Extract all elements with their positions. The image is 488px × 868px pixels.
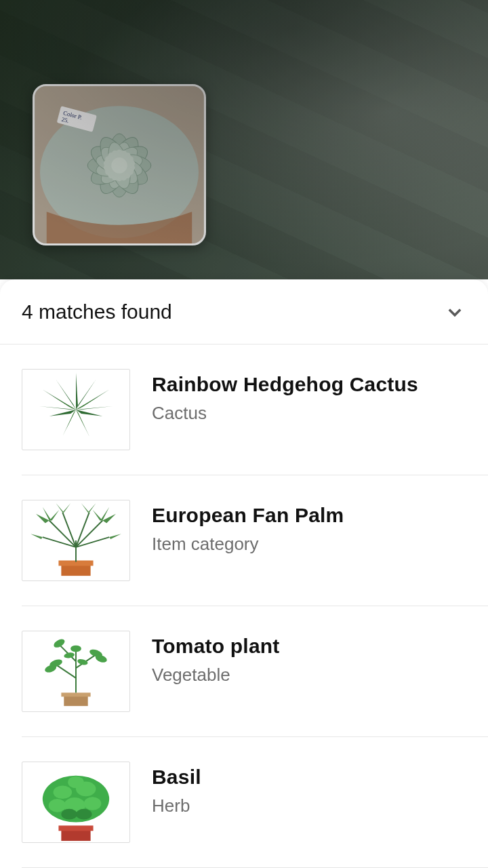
svg-point-13 [104,140,135,191]
svg-point-3 [93,132,145,199]
svg-point-12 [96,142,143,189]
svg-rect-51 [58,825,93,831]
list-item[interactable]: Rainbow Hedgehog Cactus Cactus [22,344,488,475]
chevron-down-icon [445,302,464,321]
svg-rect-36 [64,695,87,706]
svg-point-4 [86,139,153,191]
result-subtitle: Herb [152,795,201,816]
result-thumbnail [22,631,130,712]
result-subtitle: Item category [152,534,344,555]
results-header: 4 matches found [0,279,488,344]
query-image-thumbnail[interactable]: Color P. 25. [33,84,206,245]
svg-text:Color P.: Color P. [62,109,83,121]
result-title: Tomato plant [152,635,280,658]
svg-point-57 [49,799,66,812]
result-subtitle: Cactus [152,403,418,424]
collapse-button[interactable] [443,300,466,323]
list-item[interactable]: Tomato plant Vegetable [22,606,488,737]
svg-point-7 [93,132,145,199]
results-list: Rainbow Hedgehog Cactus Cactus [0,344,488,868]
result-meta: Basil Herb [130,762,201,816]
result-meta: Tomato plant Vegetable [130,631,280,686]
svg-point-17 [102,152,136,179]
result-title: Rainbow Hedgehog Cactus [152,373,418,396]
svg-line-32 [62,513,76,547]
svg-point-5 [87,153,151,177]
result-title: European Fan Palm [152,504,344,527]
succulent-icon: Color P. 25. [35,86,204,243]
list-item[interactable]: European Fan Palm Item category [22,475,488,606]
svg-point-23 [111,157,127,173]
svg-point-9 [96,142,143,189]
svg-point-53 [54,785,73,799]
svg-point-59 [61,809,77,820]
svg-line-39 [56,665,77,678]
svg-point-47 [70,646,81,652]
svg-point-56 [84,797,102,810]
svg-point-14 [113,150,125,182]
list-item[interactable]: Basil Herb [22,737,488,868]
svg-point-49 [77,658,88,666]
svg-point-22 [104,149,134,182]
svg-point-20 [102,152,136,179]
svg-point-10 [94,151,145,181]
svg-rect-24 [57,106,97,132]
svg-point-1 [40,106,199,238]
svg-point-60 [76,809,92,820]
svg-line-33 [76,513,89,547]
svg-point-21 [102,156,136,174]
svg-rect-0 [35,86,204,243]
result-title: Basil [152,766,201,789]
svg-point-19 [108,149,131,183]
plant-icon [22,631,129,711]
results-count-label: 4 matches found [22,300,172,323]
svg-point-8 [104,140,135,191]
svg-point-15 [104,149,134,182]
svg-point-11 [94,151,145,181]
result-thumbnail [22,369,130,450]
svg-text:25.: 25. [61,116,70,124]
svg-rect-37 [61,692,90,696]
plant-icon [22,762,129,842]
result-meta: European Fan Palm Item category [130,500,344,555]
result-subtitle: Vegetable [152,665,280,686]
svg-point-16 [102,156,136,174]
svg-point-18 [108,149,131,183]
svg-point-6 [86,139,153,191]
svg-point-58 [68,776,84,789]
result-thumbnail [22,762,130,843]
results-sheet: 4 matches found [0,279,488,868]
plant-icon [22,370,129,450]
svg-point-2 [107,134,131,197]
svg-point-46 [52,637,66,649]
result-meta: Rainbow Hedgehog Cactus Cactus [130,369,418,424]
hero-background: Color P. 25. [0,0,488,279]
result-thumbnail [22,500,130,581]
plant-icon [22,500,129,580]
